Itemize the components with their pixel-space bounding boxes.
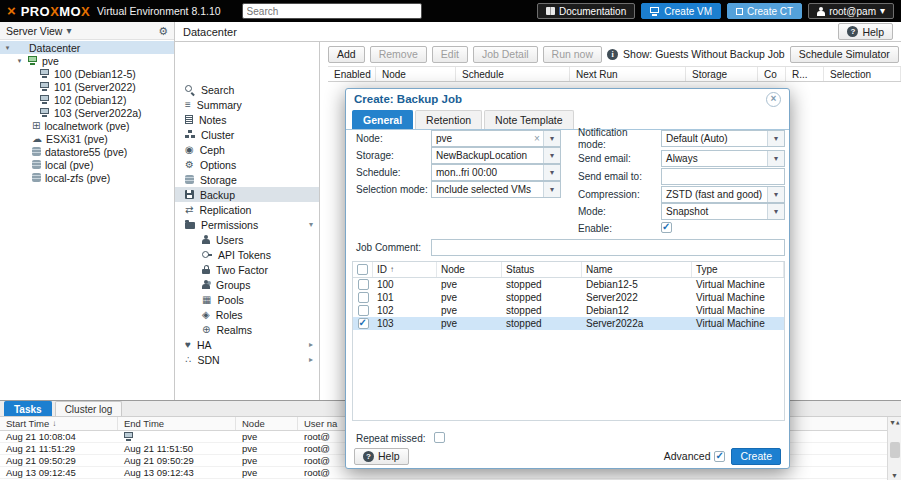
nav-item-storage[interactable]: Storage [175,172,319,187]
storage-combo[interactable]: NewBackupLocation [431,147,561,164]
schedule-combo[interactable]: mon..fri 00:00 [431,164,561,181]
expand-icon[interactable] [15,57,24,65]
expand-icon[interactable] [3,44,12,52]
row-checkbox[interactable] [358,318,369,329]
scrollbar-thumb[interactable] [890,442,900,458]
add-button[interactable]: Add [328,46,365,63]
vm-row-102[interactable]: 102 pve stopped Debian12 Virtual Machine [353,304,784,317]
compression-combo[interactable]: ZSTD (fast and good) [661,186,785,203]
vm-row-103[interactable]: 103 pve stopped Server2022a Virtual Mach… [353,317,784,330]
global-search-input[interactable] [242,3,422,19]
create-ct-button[interactable]: Create CT [727,3,802,19]
tree-item-vm-100[interactable]: 100 (Debian12-5) [0,67,174,80]
nav-item-ha[interactable]: HA [175,337,319,352]
nav-item-ceph[interactable]: Ceph [175,142,319,157]
close-icon[interactable] [766,92,781,107]
tree-item-datacenter[interactable]: Datacenter [0,41,174,54]
tree-item-pve[interactable]: pve [0,54,174,67]
tab-tasks[interactable]: Tasks [4,401,52,416]
nav-item-notes[interactable]: Notes [175,112,319,127]
tree-item-esxi31[interactable]: ESXi31 (pve) [0,132,174,145]
tree-item-local[interactable]: local (pve) [0,158,174,171]
column-node[interactable]: Node [236,417,298,430]
column-name[interactable]: Name [582,262,692,277]
show-guests-info[interactable]: Show: Guests Without Backup Job [607,48,785,60]
tree-item-vm-102[interactable]: 102 (Debian12) [0,93,174,106]
nav-item-permissions[interactable]: Permissions [175,217,319,232]
edit-button[interactable]: Edit [432,46,468,63]
vm-row-101[interactable]: 101 pve stopped Server2022 Virtual Machi… [353,291,784,304]
clear-icon[interactable] [531,133,543,144]
nav-item-backup[interactable]: Backup [175,187,319,202]
send-email-to-input[interactable] [661,168,785,185]
dropdown-trigger-icon[interactable] [767,187,784,202]
remove-button[interactable]: Remove [370,46,427,63]
nav-item-sdn[interactable]: SDN [175,352,319,367]
nav-item-api-tokens[interactable]: API Tokens [175,247,319,262]
tree-item-vm-103[interactable]: 103 (Server2022a) [0,106,174,119]
dropdown-trigger-icon[interactable] [767,204,784,219]
tree-item-datastore55[interactable]: datastore55 (pve) [0,145,174,158]
node-combo[interactable]: pve [431,130,561,147]
help-button[interactable]: Help [838,23,893,40]
tab-cluster-log[interactable]: Cluster log [55,401,123,416]
column-comment[interactable]: Co [758,67,786,81]
dropdown-trigger-icon[interactable] [543,165,560,180]
nav-item-options[interactable]: Options [175,157,319,172]
advanced-checkbox[interactable] [714,451,725,462]
dropdown-trigger-icon[interactable] [767,131,784,146]
nav-item-pools[interactable]: Pools [175,292,319,307]
dialog-help-button[interactable]: Help [354,448,409,465]
tasks-scrollbar[interactable]: ▲ ▼ [887,417,901,480]
row-checkbox[interactable] [358,305,369,316]
column-type[interactable]: Type [692,262,784,277]
dropdown-trigger-icon[interactable] [543,131,560,146]
gear-icon[interactable] [158,26,168,36]
column-node[interactable]: Node [376,67,456,81]
column-storage[interactable]: Storage [686,67,758,81]
column-next-run[interactable]: Next Run [570,67,686,81]
row-checkbox[interactable] [358,279,369,290]
vm-row-100[interactable]: 100 pve stopped Debian12-5 Virtual Machi… [353,278,784,291]
run-now-button[interactable]: Run now [543,46,602,63]
column-selection[interactable]: Selection [824,67,901,81]
column-retention[interactable]: R... [786,67,824,81]
scroll-up-icon[interactable]: ▲ [889,419,899,427]
tree-item-localnetwork[interactable]: localnetwork (pve) [0,119,174,132]
column-id[interactable]: ID↑ [373,262,437,277]
advanced-toggle[interactable]: Advanced [664,450,726,462]
nav-item-realms[interactable]: Realms [175,322,319,337]
collapse-icon[interactable] [309,220,313,230]
dialog-titlebar[interactable]: Create: Backup Job [346,89,789,109]
row-checkbox[interactable] [358,292,369,303]
selection-mode-combo[interactable]: Include selected VMs [431,181,561,198]
dropdown-trigger-icon[interactable] [543,182,560,197]
create-vm-button[interactable]: Create VM [641,3,721,19]
create-button[interactable]: Create [731,448,781,465]
tab-general[interactable]: General [352,110,413,129]
nav-item-search[interactable]: Search [175,82,319,97]
nav-item-groups[interactable]: Groups [175,277,319,292]
dropdown-trigger-icon[interactable] [767,151,784,166]
tree-item-local-zfs[interactable]: local-zfs (pve) [0,171,174,184]
send-email-combo[interactable]: Always [661,150,785,167]
tab-note-template[interactable]: Note Template [484,110,574,129]
schedule-simulator-button[interactable]: Schedule Simulator [790,46,899,63]
select-all-cell[interactable] [353,262,373,277]
column-schedule[interactable]: Schedule [456,67,570,81]
nav-item-users[interactable]: Users [175,232,319,247]
expand-icon[interactable] [309,340,313,350]
select-all-checkbox[interactable] [357,264,368,275]
tab-retention[interactable]: Retention [415,110,482,129]
nav-item-two-factor[interactable]: Two Factor [175,262,319,277]
documentation-button[interactable]: Documentation [537,3,635,19]
job-comment-input[interactable] [431,239,785,256]
mode-combo[interactable]: Snapshot [661,203,785,220]
notification-mode-combo[interactable]: Default (Auto) [661,130,785,147]
nav-item-roles[interactable]: Roles [175,307,319,322]
column-node[interactable]: Node [437,262,502,277]
nav-item-cluster[interactable]: Cluster [175,127,319,142]
enable-checkbox[interactable] [661,222,672,233]
user-menu-button[interactable]: root@pam [808,3,894,19]
nav-item-summary[interactable]: Summary [175,97,319,112]
